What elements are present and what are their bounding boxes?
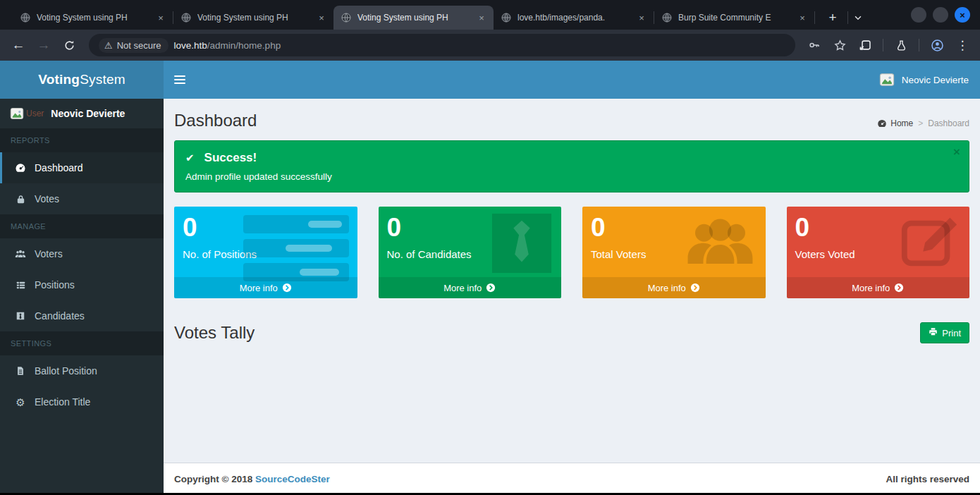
positions-box: 0 No. of Positions More info: [174, 207, 357, 298]
tab-voting-system-1[interactable]: Voting System using PH ×: [13, 6, 173, 30]
tab-close-icon[interactable]: ×: [635, 11, 648, 24]
alert-title: Success!: [204, 151, 257, 165]
tie-icon: [13, 311, 28, 321]
tab-separator: [814, 11, 815, 24]
close-button[interactable]: ×: [955, 7, 970, 23]
tab-title: Voting System using PH: [197, 13, 310, 23]
arrow-circle-right-icon: [894, 283, 904, 293]
sidebar-item-label: Candidates: [35, 310, 85, 322]
tab-burp-suite[interactable]: Burp Suite Community E ×: [654, 6, 814, 30]
footer-copyright: Copyright © 2018 SourceCodeSter: [174, 474, 330, 484]
sidebar-item-voters[interactable]: Voters: [0, 238, 164, 269]
tab-close-icon[interactable]: ×: [154, 11, 167, 24]
arrow-circle-right-icon: [690, 283, 700, 293]
sidebar-item-label: Ballot Position: [35, 365, 97, 377]
footer: Copyright © 2018 SourceCodeSter All righ…: [164, 463, 980, 495]
lock-icon: [13, 194, 28, 204]
tab-title: Voting System using PH: [357, 13, 470, 23]
list-icon: [13, 280, 28, 291]
navbar-user-menu[interactable]: Neovic Devierte: [867, 61, 980, 99]
sidebar-item-dashboard[interactable]: Dashboard: [0, 152, 164, 183]
sidebar-item-ballot-position[interactable]: Ballot Position: [0, 355, 164, 386]
gear-icon: ⚙: [13, 397, 28, 408]
globe-favicon-icon: [20, 12, 31, 23]
arrow-circle-right-icon: [486, 283, 496, 293]
breadcrumb-current: Dashboard: [928, 118, 969, 128]
new-tab-button[interactable]: +: [822, 7, 843, 28]
tab-title: Burp Suite Community E: [678, 13, 790, 23]
security-chip[interactable]: ⚠ Not secure: [99, 38, 169, 53]
sourcecodester-link[interactable]: SourceCodeSter: [255, 474, 330, 484]
tab-list-chevron-icon[interactable]: [848, 8, 868, 28]
footer-rights: All rights reserved: [886, 474, 969, 484]
globe-favicon-icon: [341, 12, 352, 23]
navbar-user-name: Neovic Devierte: [902, 75, 969, 85]
profile-icon[interactable]: [926, 35, 948, 56]
tab-voting-system-active[interactable]: Voting System using PH ×: [333, 6, 494, 30]
sidebar-section-settings: SETTINGS: [0, 331, 164, 355]
document-icon: [13, 366, 28, 376]
globe-favicon-icon: [661, 12, 673, 23]
sidebar-section-manage: MANAGE: [0, 214, 164, 238]
toolbar-separator: [883, 39, 883, 51]
tab-title: Voting System using PH: [37, 13, 149, 23]
tab-close-icon[interactable]: ×: [475, 11, 488, 24]
candidates-more-info-link[interactable]: More info: [379, 277, 562, 298]
extensions-icon[interactable]: [855, 35, 876, 56]
breadcrumb-home-link[interactable]: Home: [877, 118, 913, 128]
tasks-icon: [243, 215, 349, 287]
address-bar[interactable]: ⚠ Not secure love.htb/admin/home.php: [89, 34, 795, 56]
sidebar-item-label: Votes: [35, 193, 59, 204]
tab-voting-system-2[interactable]: Voting System using PH ×: [173, 6, 333, 30]
logo-light: System: [80, 72, 125, 87]
forward-button[interactable]: →: [32, 34, 55, 56]
edit-big-icon: [899, 212, 961, 277]
maximize-button[interactable]: [933, 7, 948, 23]
sidebar-item-votes[interactable]: Votes: [0, 183, 164, 214]
sidebar-toggle-hamburger-icon[interactable]: [164, 61, 196, 99]
sidebar-item-candidates[interactable]: Candidates: [0, 300, 164, 331]
voters-voted-more-info-link[interactable]: More info: [787, 277, 970, 298]
dashboard-gauge-icon: [13, 162, 28, 173]
tab-close-icon[interactable]: ×: [796, 11, 809, 24]
globe-favicon-icon: [180, 12, 192, 23]
sidebar-item-label: Dashboard: [35, 162, 83, 173]
browser-menu-icon[interactable]: ⋮: [952, 35, 973, 56]
info-boxes: 0 No. of Positions More info: [174, 207, 969, 298]
password-key-icon[interactable]: [804, 35, 825, 56]
app-logo[interactable]: VotingSystem: [0, 61, 164, 99]
logo-bold: Voting: [38, 72, 80, 87]
page-title: Dashboard: [174, 111, 257, 130]
tab-love-htb-image[interactable]: love.htb/images/panda. ×: [494, 6, 654, 30]
minimize-button[interactable]: [911, 7, 926, 23]
sidebar-section-reports: REPORTS: [0, 128, 164, 152]
sidebar-item-positions[interactable]: Positions: [0, 269, 164, 300]
sidebar: User Neovic Devierte REPORTS Dashboard V…: [0, 99, 164, 495]
reload-button[interactable]: [58, 34, 80, 56]
sidebar-item-label: Voters: [35, 248, 63, 259]
voters-voted-box: 0 Voters Voted More info: [787, 207, 970, 298]
labs-flask-icon[interactable]: [890, 35, 912, 56]
not-secure-warning-icon: ⚠: [104, 40, 113, 51]
back-button[interactable]: ←: [7, 34, 30, 56]
users-big-icon: [683, 212, 757, 281]
printer-icon: [929, 327, 938, 338]
alert-close-icon[interactable]: ×: [953, 145, 960, 159]
browser-window: Voting System using PH × Voting System u…: [0, 0, 980, 495]
tab-title: love.htb/images/panda.: [517, 13, 630, 23]
users-icon: [13, 248, 28, 259]
bookmark-star-icon[interactable]: [829, 35, 850, 56]
tab-close-icon[interactable]: ×: [315, 11, 328, 24]
user-avatar: [878, 71, 895, 88]
sidebar-item-election-title[interactable]: ⚙ Election Title: [0, 386, 164, 417]
success-alert: ✔ Success! Admin profile updated success…: [174, 140, 969, 192]
broken-avatar-image-icon: User: [10, 106, 44, 121]
app-navbar: VotingSystem Neovic Devierte: [0, 61, 980, 99]
security-label: Not secure: [117, 40, 161, 51]
sidebar-user-name: Neovic Devierte: [51, 108, 125, 119]
tab-strip: Voting System using PH × Voting System u…: [0, 0, 980, 30]
toolbar-separator: [919, 39, 919, 51]
print-button[interactable]: Print: [920, 322, 969, 343]
url-text: love.htb/admin/home.php: [174, 40, 281, 51]
total-voters-box: 0 Total Voters More info: [582, 207, 766, 298]
